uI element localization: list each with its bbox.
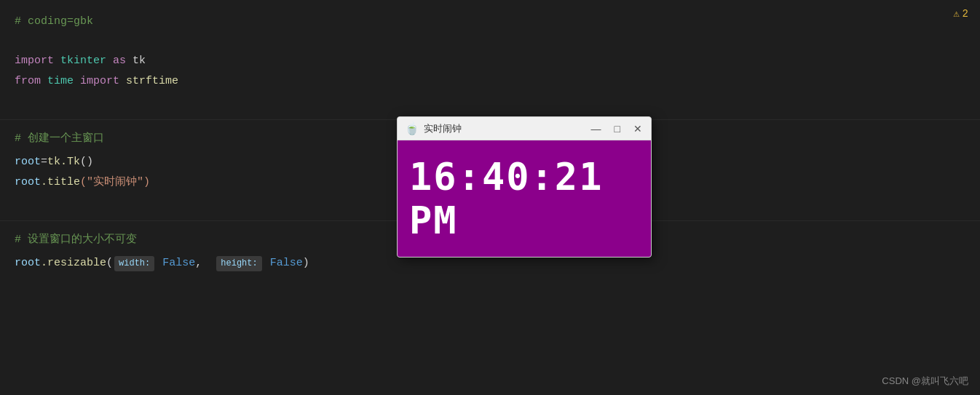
equals-1: = [41,153,47,171]
popup-body: 16:40:21 PM [398,140,651,257]
code-line-1: # coding=gbk [0,12,980,32]
csdn-watermark: CSDN @就叫飞六吧 [882,375,968,388]
kw-from: from [15,73,41,90]
code-editor: # coding=gbk import tkinter as tk from t… [0,0,980,395]
popup-clock-window[interactable]: 🍵 实时闹钟 — □ ✕ 16:40:21 PM [397,116,652,258]
popup-title-left: 🍵 实时闹钟 [405,121,462,135]
param-height: height: [216,256,261,271]
code-line-empty-1 [0,32,980,51]
comment-resize: # 设置窗口的大小不可变 [15,231,137,249]
alias-tk: tk [133,52,146,70]
popup-close-button[interactable]: ✕ [632,123,644,135]
clock-display: 16:40:21 PM [409,155,639,242]
var-root-2: root [15,174,41,191]
code-line-2: import tkinter as tk [0,51,980,71]
mod-time: time [47,73,74,90]
var-root-3: root [15,255,41,272]
kw-import: import [15,52,54,70]
popup-maximize-button[interactable]: □ [613,123,622,135]
warning-badge: ⚠ 2 [953,7,968,20]
popup-title-text: 实时闹钟 [424,122,462,135]
comment-coding: # coding=gbk [15,13,93,31]
popup-titlebar: 🍵 实时闹钟 — □ ✕ [398,117,651,140]
func-resizable: .resizable [41,255,106,272]
warning-icon: ⚠ [953,7,959,20]
popup-app-icon: 🍵 [405,121,419,135]
warning-count: 2 [963,8,968,20]
comment-create-window: # 创建一个主窗口 [15,130,104,148]
string-title-arg: ("实时闹钟") [80,174,150,191]
kw-as: as [113,52,126,70]
func-title: .title [41,174,80,191]
mod-tkinter: tkinter [60,52,106,70]
var-root-1: root [15,153,41,171]
val-false-2: False [270,255,303,272]
func-strftime: strftime [126,73,178,90]
val-false-1: False [162,255,195,272]
code-line-empty-2 [0,92,980,111]
close-paren: ) [303,255,309,272]
code-line-3: from time import strftime [0,71,980,92]
kw-import-2: import [80,73,119,90]
parens-1: () [80,153,93,171]
func-tk-tk: tk.Tk [47,153,80,171]
param-width: width: [114,256,154,271]
popup-minimize-button[interactable]: — [590,123,603,135]
popup-controls: — □ ✕ [590,123,644,135]
